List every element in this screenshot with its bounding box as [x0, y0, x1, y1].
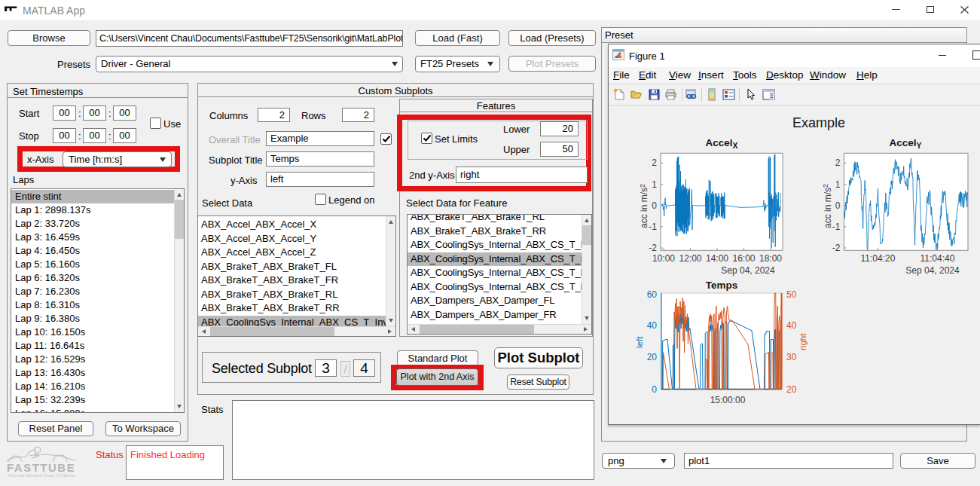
svg-text:Sep 04, 2024: Sep 04, 2024 [721, 265, 775, 276]
svg-text:20: 20 [647, 352, 658, 362]
svg-text:1: 1 [652, 179, 657, 190]
svg-text:0: 0 [835, 200, 841, 211]
svg-text:-1: -1 [832, 222, 841, 232]
svg-text:-2: -2 [649, 243, 657, 253]
svg-text:AccelY: AccelY [889, 137, 921, 150]
svg-text:15:00:00: 15:00:00 [710, 395, 746, 405]
svg-text:11:04:20: 11:04:20 [861, 253, 896, 264]
svg-text:2: 2 [835, 157, 841, 168]
svg-text:60: 60 [647, 289, 658, 300]
svg-text:0: 0 [652, 384, 657, 395]
svg-text:acc in m/s2: acc in m/s2 [822, 184, 833, 228]
svg-text:Temps: Temps [706, 280, 738, 291]
svg-text:16:00: 16:00 [732, 253, 755, 264]
svg-text:1: 1 [835, 179, 841, 190]
svg-text:left: left [635, 336, 644, 348]
svg-text:14:00: 14:00 [706, 253, 728, 264]
svg-text:2: 2 [652, 157, 657, 168]
svg-text:10:00: 10:00 [652, 253, 675, 264]
svg-text:40: 40 [786, 320, 797, 331]
svg-text:-2: -2 [832, 243, 841, 253]
svg-text:-1: -1 [649, 222, 657, 232]
svg-text:Formula Student Team TU Berlin: Formula Student Team TU Berlin [8, 472, 75, 478]
svg-text:0: 0 [652, 200, 657, 211]
svg-text:11:04:40: 11:04:40 [920, 253, 955, 264]
svg-text:40: 40 [647, 320, 658, 331]
svg-text:AccelX: AccelX [705, 137, 737, 150]
svg-text:18:00: 18:00 [759, 253, 782, 264]
svg-text:acc in m/s2: acc in m/s2 [639, 184, 650, 228]
svg-text:Example: Example [792, 115, 845, 130]
svg-text:Sep 04, 2024: Sep 04, 2024 [905, 265, 960, 276]
svg-text:20: 20 [786, 384, 797, 395]
svg-text:50: 50 [786, 289, 797, 300]
svg-text:30: 30 [786, 352, 797, 362]
svg-text:12:00: 12:00 [679, 253, 701, 264]
svg-text:right: right [798, 333, 808, 350]
